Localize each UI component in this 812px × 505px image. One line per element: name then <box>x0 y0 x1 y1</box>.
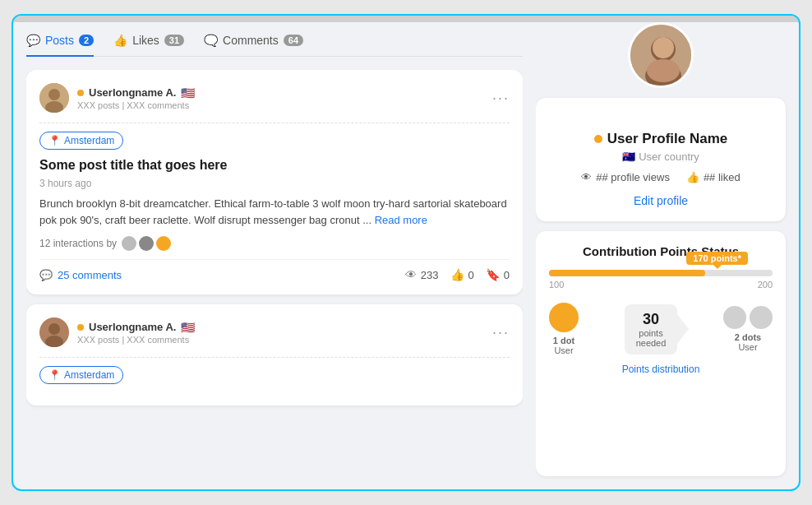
svg-point-9 <box>653 37 674 58</box>
profile-name: User Profile Name <box>549 131 773 147</box>
post-header-2: Userlongname A. 🇺🇸 XXX posts | XXX comme… <box>39 317 510 347</box>
progress-labels: 100 200 <box>549 280 773 290</box>
app-container: 💬 Posts 2 👍 Likes 31 🗨️ Comments 64 <box>12 14 800 491</box>
post-footer-1: 💬 25 comments 👁 233 👍 0 <box>39 259 510 281</box>
tab-posts-label: Posts <box>45 34 74 47</box>
dot-level-2: 2 dots User <box>723 306 773 352</box>
dot-levels: 1 dot User 30 pointsneeded <box>549 303 773 355</box>
author-meta-1: XXX posts | XXX comments <box>77 100 195 110</box>
post-tag-2[interactable]: 📍 Amsterdam <box>39 366 123 384</box>
location-icon: 📍 <box>48 135 61 146</box>
tab-likes[interactable]: 👍 Likes 31 <box>113 34 184 57</box>
svg-point-4 <box>48 323 60 335</box>
post-card-2: Userlongname A. 🇺🇸 XXX posts | XXX comme… <box>26 304 523 405</box>
points-needed-box: 30 pointsneeded <box>625 304 678 354</box>
post-time-1: 3 hours ago <box>39 178 510 189</box>
content-area: 💬 Posts 2 👍 Likes 31 🗨️ Comments 64 <box>13 22 799 489</box>
dot-label-1: 1 dot User <box>553 336 574 355</box>
author-info-1: Userlongname A. 🇺🇸 XXX posts | XXX comme… <box>77 86 195 110</box>
dot-circle-gray-1 <box>723 306 746 329</box>
points-distribution-link[interactable]: Points distribution <box>549 364 773 375</box>
dot-circle-orange <box>549 303 579 332</box>
post-more-btn-1[interactable]: ··· <box>492 90 510 107</box>
points-label: pointsneeded <box>636 328 667 348</box>
views-stat-1: 👁 233 <box>405 268 439 281</box>
profile-liked-stat: 👍 ## liked <box>686 171 740 183</box>
dot-level-1: 1 dot User <box>549 303 579 355</box>
posts-badge: 2 <box>79 35 94 46</box>
likes-badge: 31 <box>164 35 184 46</box>
like-icon: 👍 <box>450 268 464 281</box>
svg-point-1 <box>48 89 60 100</box>
progress-bar-fill <box>549 270 705 276</box>
profile-views-stat: 👁 ## profile views <box>581 171 670 183</box>
comments-badge: 64 <box>284 35 303 46</box>
online-indicator-2 <box>77 324 84 331</box>
post-interactions-1: 12 interactions by <box>39 236 510 251</box>
progress-tooltip: 170 points* <box>686 252 748 265</box>
top-bar <box>13 16 799 22</box>
tab-comments-label: Comments <box>223 34 279 47</box>
posts-icon: 💬 <box>26 34 40 47</box>
comments-icon: 🗨️ <box>204 34 218 47</box>
interaction-avatars-1 <box>122 236 171 251</box>
two-dots <box>723 306 773 329</box>
comments-icon-footer: 💬 <box>39 269 53 281</box>
post-title-1: Some post title that goes here <box>39 158 510 173</box>
points-number: 30 <box>643 311 659 328</box>
tabs-bar: 💬 Posts 2 👍 Likes 31 🗨️ Comments 64 <box>26 22 523 57</box>
comments-link-1[interactable]: 💬 25 comments <box>39 269 122 281</box>
likes-stat-1[interactable]: 👍 0 <box>450 268 474 281</box>
svg-point-10 <box>647 59 680 82</box>
read-more-link-1[interactable]: Read more <box>375 214 427 226</box>
tab-comments[interactable]: 🗨️ Comments 64 <box>204 34 303 57</box>
post-author-2: Userlongname A. 🇺🇸 XXX posts | XXX comme… <box>39 317 195 347</box>
dot-label-2: 2 dots User <box>735 332 761 352</box>
like-icon-profile: 👍 <box>686 171 699 183</box>
author-meta-2: XXX posts | XXX comments <box>77 335 195 345</box>
post-more-btn-2[interactable]: ··· <box>492 324 510 341</box>
eye-icon: 👁 <box>405 268 417 281</box>
profile-country: 🇦🇺 User country <box>549 151 773 163</box>
interaction-dot-orange <box>156 236 171 251</box>
profile-avatar <box>628 22 694 88</box>
author-name-2: Userlongname A. 🇺🇸 <box>77 321 195 334</box>
post-divider-2 <box>39 357 510 358</box>
post-stats-1: 👁 233 👍 0 🔖 0 <box>405 268 510 281</box>
author-flag-2: 🇺🇸 <box>181 321 195 334</box>
post-body-1: Brunch brooklyn 8-bit dreamcatcher. Ethi… <box>39 196 510 228</box>
post-tag-1[interactable]: 📍 Amsterdam <box>39 132 123 150</box>
author-info-2: Userlongname A. 🇺🇸 XXX posts | XXX comme… <box>77 321 195 345</box>
location-icon-2: 📍 <box>48 369 61 381</box>
online-indicator-1 <box>77 90 84 96</box>
progress-section: 170 points* 100 200 <box>549 270 773 290</box>
profile-avatar-wrapper <box>536 22 786 63</box>
posts-list: Userlongname A. 🇺🇸 XXX posts | XXX comme… <box>26 70 523 476</box>
profile-status-dot <box>594 135 602 143</box>
post-header-1: Userlongname A. 🇺🇸 XXX posts | XXX comme… <box>39 83 510 113</box>
progress-bar-bg <box>549 270 773 276</box>
bookmarks-stat-1[interactable]: 🔖 0 <box>486 268 510 281</box>
edit-profile-button[interactable]: Edit profile <box>634 194 688 207</box>
contribution-card: Contribution Points Status 170 points* 1… <box>536 231 786 476</box>
post-author-1: Userlongname A. 🇺🇸 XXX posts | XXX comme… <box>39 83 195 113</box>
interaction-dot-dark <box>139 236 154 251</box>
dot-circle-gray-2 <box>750 306 773 329</box>
arrow-wrapper: 30 pointsneeded <box>625 304 678 354</box>
likes-icon: 👍 <box>113 34 127 47</box>
author-flag-1: 🇺🇸 <box>181 86 195 100</box>
tab-likes-label: Likes <box>132 34 159 47</box>
profile-card: User Profile Name 🇦🇺 User country 👁 ## p… <box>536 98 786 221</box>
post-divider-1 <box>39 123 510 123</box>
right-column: User Profile Name 🇦🇺 User country 👁 ## p… <box>536 22 799 489</box>
author-avatar-2 <box>39 317 69 347</box>
tab-posts[interactable]: 💬 Posts 2 <box>26 34 94 57</box>
profile-stats: 👁 ## profile views 👍 ## liked <box>549 171 773 183</box>
eye-icon-profile: 👁 <box>581 171 592 183</box>
post-card-1: Userlongname A. 🇺🇸 XXX posts | XXX comme… <box>26 70 523 294</box>
left-column: 💬 Posts 2 👍 Likes 31 🗨️ Comments 64 <box>13 22 536 489</box>
interaction-dot-gray <box>122 236 136 251</box>
bookmark-icon: 🔖 <box>486 268 500 281</box>
author-name-1: Userlongname A. 🇺🇸 <box>77 86 195 100</box>
author-avatar-1 <box>39 83 69 113</box>
